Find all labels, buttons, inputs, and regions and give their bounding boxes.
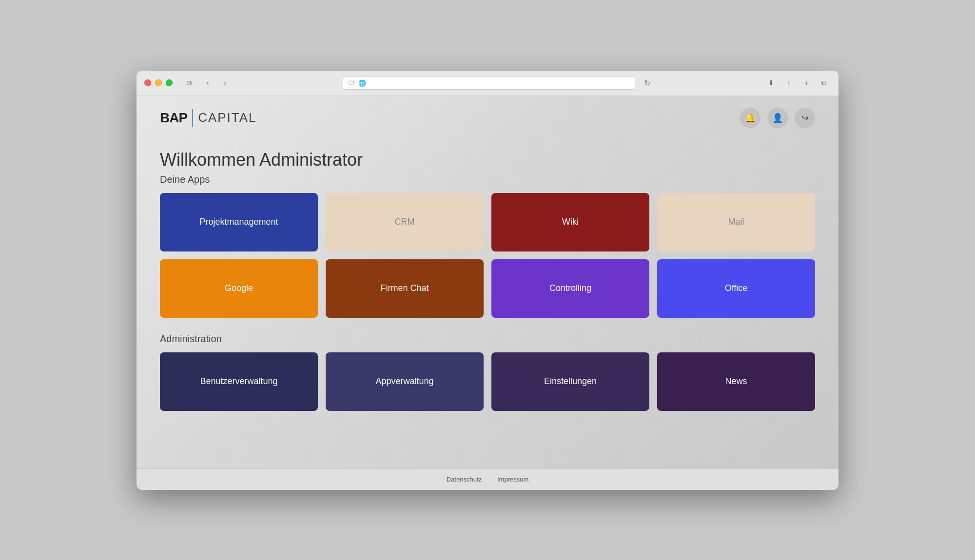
admin-grid: Benutzerverwaltung Appverwaltung Einstel…	[160, 352, 815, 411]
app-tile-google[interactable]: Google	[160, 259, 318, 318]
main-content: Willkommen Administrator Deine Apps Proj…	[136, 140, 838, 468]
browser-actions: ⬇ ↑ + ⧉	[764, 78, 831, 88]
traffic-lights	[144, 79, 173, 86]
app-tile-controlling[interactable]: Controlling	[491, 259, 649, 318]
datenschutz-link[interactable]: Datenschutz	[447, 476, 482, 483]
minimize-button[interactable]	[155, 79, 162, 86]
app-tile-firmen-chat[interactable]: Firmen Chat	[326, 259, 484, 318]
refresh-button[interactable]: ↻	[641, 77, 653, 89]
maximize-button[interactable]	[166, 79, 173, 86]
app-tile-office[interactable]: Office	[657, 259, 815, 318]
app-header: BAP CAPITAL 🔔 👤 ↪	[136, 96, 838, 140]
address-bar[interactable]: 🛡 🌐	[343, 76, 635, 90]
your-apps-title: Deine Apps	[160, 174, 815, 185]
logo-divider	[192, 109, 193, 127]
profile-button[interactable]: 👤	[767, 108, 788, 128]
header-actions: 🔔 👤 ↪	[740, 108, 815, 128]
app-tile-mail[interactable]: Mail	[657, 193, 815, 251]
administration-title: Administration	[160, 333, 815, 345]
logo: BAP CAPITAL	[160, 109, 257, 127]
impressum-link[interactable]: Impressum	[497, 476, 528, 483]
share-icon[interactable]: ↑	[782, 78, 796, 88]
app-tile-projektmanagement[interactable]: Projektmanagement	[160, 193, 318, 251]
app-tile-wiki[interactable]: Wiki	[491, 193, 649, 251]
notification-button[interactable]: 🔔	[740, 108, 760, 128]
app-tile-appverwaltung[interactable]: Appverwaltung	[326, 352, 484, 411]
new-tab-icon[interactable]: +	[800, 78, 813, 88]
browser-window: ⧉ ‹ › 🛡 🌐 ↻ ⬇ ↑ + ⧉ BAP CAPITAL	[136, 71, 838, 490]
apps-grid: Projektmanagement CRM Wiki Mail Google F…	[160, 193, 815, 318]
welcome-title: Willkommen Administrator	[160, 150, 815, 170]
address-bar-area: 🛡 🌐 ↻	[237, 76, 759, 90]
content-area: BAP CAPITAL 🔔 👤 ↪ Willkommen Administrat…	[136, 96, 838, 468]
globe-icon: 🌐	[358, 79, 366, 87]
app-tile-benutzerverwaltung[interactable]: Benutzerverwaltung	[160, 352, 318, 411]
app-tile-einstellungen[interactable]: Einstellungen	[491, 352, 649, 411]
app-tile-crm[interactable]: CRM	[326, 193, 484, 251]
logo-bap: BAP	[160, 110, 187, 126]
footer: Datenschutz Impressum	[136, 468, 838, 490]
tab-overview-icon[interactable]: ⧉	[817, 78, 831, 88]
title-bar: ⧉ ‹ › 🛡 🌐 ↻ ⬇ ↑ + ⧉	[136, 71, 838, 96]
close-button[interactable]	[144, 79, 151, 86]
forward-button[interactable]: ›	[219, 77, 231, 89]
nav-controls: ⧉	[182, 78, 196, 88]
app-tile-news[interactable]: News	[657, 352, 815, 411]
logout-button[interactable]: ↪	[795, 108, 815, 128]
logo-capital: CAPITAL	[198, 110, 256, 125]
download-icon[interactable]: ⬇	[764, 78, 778, 88]
tab-icon[interactable]: ⧉	[182, 78, 196, 88]
shield-icon: 🛡	[348, 79, 354, 87]
back-button[interactable]: ‹	[202, 77, 214, 89]
